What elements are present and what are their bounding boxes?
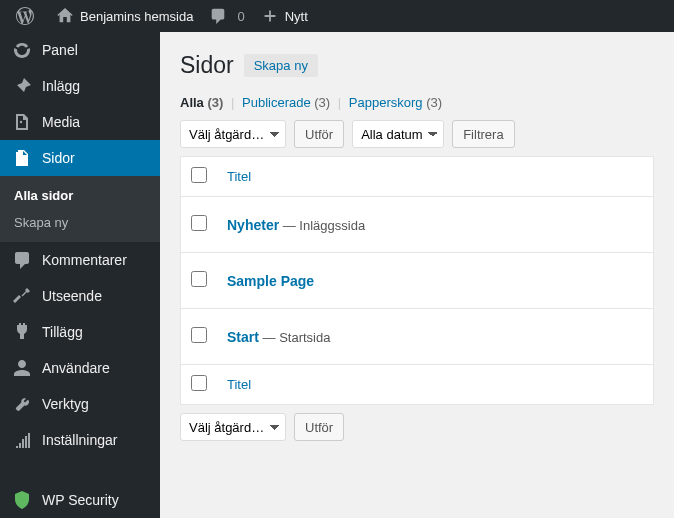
menu-tools[interactable]: Verktyg (0, 386, 160, 422)
new-label: Nytt (285, 9, 308, 24)
comment-icon (209, 7, 227, 25)
column-title-footer[interactable]: Titel (217, 365, 654, 405)
submenu-add-new[interactable]: Skapa ny (0, 209, 160, 236)
page-title: Sidor (180, 52, 234, 79)
pages-table: Titel Nyheter — Inläggssida Sample Page … (180, 156, 654, 405)
site-name: Benjamins hemsida (80, 9, 193, 24)
menu-dashboard[interactable]: Panel (0, 32, 160, 68)
table-row: Nyheter — Inläggssida (181, 197, 654, 253)
menu-plugins[interactable]: Tillägg (0, 314, 160, 350)
menu-label: Media (42, 114, 80, 130)
bulk-apply-top[interactable]: Utför (294, 120, 344, 148)
row-title-link[interactable]: Sample Page (227, 273, 314, 289)
appearance-icon (12, 286, 32, 306)
bulk-apply-bottom[interactable]: Utför (294, 413, 344, 441)
select-all-top[interactable] (191, 167, 207, 183)
page-icon (12, 148, 32, 168)
svg-point-0 (20, 121, 22, 123)
post-state: — Inläggssida (279, 218, 365, 233)
row-title-link[interactable]: Start (227, 329, 259, 345)
menu-appearance[interactable]: Utseende (0, 278, 160, 314)
menu-comments[interactable]: Kommentarer (0, 242, 160, 278)
menu-label: Panel (42, 42, 78, 58)
page-header: Sidor Skapa ny (180, 52, 654, 79)
svg-rect-1 (16, 152, 18, 166)
menu-label: Utseende (42, 288, 102, 304)
filter-published[interactable]: Publicerade (3) (242, 95, 330, 110)
menu-label: Användare (42, 360, 110, 376)
shield-icon (12, 490, 32, 510)
select-all-bottom[interactable] (191, 375, 207, 391)
row-checkbox[interactable] (191, 215, 207, 231)
settings-icon (12, 430, 32, 450)
menu-settings[interactable]: Inställningar (0, 422, 160, 458)
tablenav-bottom: Välj åtgärd… Utför (180, 413, 654, 441)
new-content-link[interactable]: Nytt (253, 0, 316, 32)
plus-icon (261, 7, 279, 25)
select-all-footer (181, 365, 218, 405)
view-filters: Alla (3) | Publicerade (3) | Papperskorg… (180, 95, 654, 110)
submenu-pages: Alla sidor Skapa ny (0, 176, 160, 242)
filter-button[interactable]: Filtrera (452, 120, 514, 148)
select-all-header (181, 157, 218, 197)
menu-label: Tillägg (42, 324, 83, 340)
filter-trash[interactable]: Papperskorg (3) (349, 95, 442, 110)
menu-pages[interactable]: Sidor (0, 140, 160, 176)
submenu-all-pages[interactable]: Alla sidor (0, 182, 160, 209)
post-state: — Startsida (259, 330, 331, 345)
admin-bar: Benjamins hemsida 0 Nytt (0, 0, 674, 32)
add-new-button[interactable]: Skapa ny (244, 54, 318, 77)
row-title-link[interactable]: Nyheter (227, 217, 279, 233)
menu-label: Sidor (42, 150, 75, 166)
comment-icon (12, 250, 32, 270)
menu-label: WP Security (42, 492, 119, 508)
comment-count: 0 (237, 9, 244, 24)
wp-logo[interactable] (8, 0, 48, 32)
menu-wp-security[interactable]: WP Security (0, 482, 160, 518)
menu-label: Verktyg (42, 396, 89, 412)
admin-sidebar: Panel Inlägg Media Sidor Alla sidor Skap… (0, 32, 160, 518)
dashboard-icon (12, 40, 32, 60)
column-title-header[interactable]: Titel (217, 157, 654, 197)
wordpress-icon (16, 7, 34, 25)
date-filter-select[interactable]: Alla datum (352, 120, 444, 148)
main-content: Sidor Skapa ny Alla (3) | Publicerade (3… (160, 32, 674, 518)
users-icon (12, 358, 32, 378)
menu-posts[interactable]: Inlägg (0, 68, 160, 104)
menu-users[interactable]: Användare (0, 350, 160, 386)
menu-label: Inställningar (42, 432, 118, 448)
pin-icon (12, 76, 32, 96)
tools-icon (12, 394, 32, 414)
menu-label: Inlägg (42, 78, 80, 94)
menu-media[interactable]: Media (0, 104, 160, 140)
filter-all[interactable]: Alla (3) (180, 95, 223, 110)
table-row: Start — Startsida (181, 309, 654, 365)
tablenav-top: Välj åtgärd… Utför Alla datum Filtrera (180, 120, 654, 148)
plugin-icon (12, 322, 32, 342)
home-icon (56, 7, 74, 25)
media-icon (12, 112, 32, 132)
menu-label: Kommentarer (42, 252, 127, 268)
row-checkbox[interactable] (191, 327, 207, 343)
row-checkbox[interactable] (191, 271, 207, 287)
bulk-action-select-bottom[interactable]: Välj åtgärd… (180, 413, 286, 441)
table-row: Sample Page (181, 253, 654, 309)
comments-link[interactable]: 0 (201, 0, 252, 32)
site-name-link[interactable]: Benjamins hemsida (48, 0, 201, 32)
bulk-action-select-top[interactable]: Välj åtgärd… (180, 120, 286, 148)
